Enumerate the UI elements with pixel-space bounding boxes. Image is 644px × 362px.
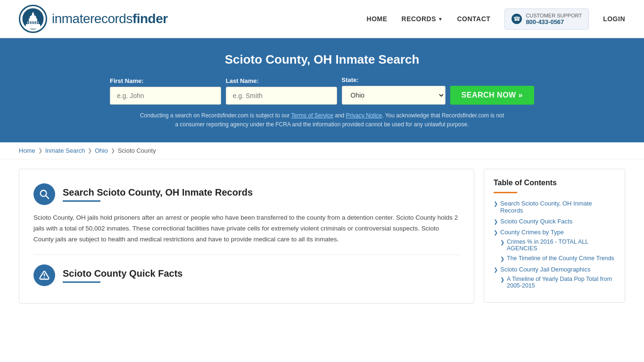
breadcrumb-sep-2: ❯: [88, 148, 92, 154]
toc-underline: [494, 192, 517, 193]
section1-header: Search Scioto County, OH Inmate Records: [33, 183, 460, 205]
section1-title-block: Search Scioto County, OH Inmate Records: [63, 187, 253, 202]
last-name-label: Last Name:: [226, 77, 259, 84]
chevron-right-icon-1: ❯: [494, 201, 498, 207]
svg-rect-7: [28, 21, 29, 24]
chevron-right-icon-4: ❯: [494, 267, 498, 273]
nav-records[interactable]: RECORDS ▼: [402, 15, 443, 23]
toc-sub-3: ❯ Crimes % in 2016 - TOTAL ALL AGENCIES …: [494, 239, 615, 262]
toc-list: ❯ Search Scioto County, OH Inmate Record…: [494, 200, 615, 289]
breadcrumb: Home ❯ Inmate Search ❯ Ohio ❯ Scioto Cou…: [0, 142, 644, 159]
svg-rect-15: [23, 28, 43, 29]
toc-item-4: ❯ Scioto County Jail Demographics ❯ A Ti…: [494, 266, 615, 289]
chevron-right-icon-3-2: ❯: [500, 256, 504, 262]
search-icon: [33, 183, 55, 205]
svg-rect-11: [35, 21, 36, 24]
breadcrumb-inmate-search[interactable]: Inmate Search: [45, 147, 85, 154]
logo-text: inmaterecordsfinder: [52, 11, 168, 26]
nav-contact[interactable]: CONTACT: [457, 15, 490, 23]
toc-item-3: ❯ County Crimes by Type ❯ Crimes % in 20…: [494, 229, 615, 262]
chevron-right-icon-3: ❯: [494, 230, 498, 236]
svg-rect-12: [37, 21, 38, 24]
svg-rect-13: [25, 26, 41, 27]
toc-box: Table of Contents ❯ Search Scioto County…: [484, 169, 625, 303]
main-content: Search Scioto County, OH Inmate Records …: [0, 159, 644, 313]
terms-of-service-link[interactable]: Terms of Service: [291, 112, 333, 119]
svg-rect-10: [33, 21, 34, 24]
toc-item-2: ❯ Scioto County Quick Facts: [494, 218, 615, 225]
logo-icon: [19, 5, 47, 33]
headset-icon: ☎: [512, 14, 522, 24]
state-select[interactable]: Ohio: [342, 86, 446, 105]
chevron-right-icon-4-1: ❯: [500, 277, 504, 283]
customer-support-box[interactable]: ☎ CUSTOMER SUPPORT 800-433-0567: [504, 8, 589, 30]
section1-title: Search Scioto County, OH Inmate Records: [63, 187, 253, 198]
section1-underline: [63, 200, 100, 202]
toc-sub-link-4-1[interactable]: ❯ A Timeline of Yearly Data Pop Total fr…: [500, 276, 615, 289]
state-label: State:: [342, 76, 359, 83]
breadcrumb-ohio[interactable]: Ohio: [95, 147, 107, 154]
privacy-notice-link[interactable]: Privacy Notice: [346, 112, 382, 119]
toc-sub-item-4-1: ❯ A Timeline of Yearly Data Pop Total fr…: [500, 276, 615, 289]
svg-rect-8: [30, 21, 31, 24]
svg-rect-14: [24, 27, 42, 28]
toc-sub-item-3-1: ❯ Crimes % in 2016 - TOTAL ALL AGENCIES: [500, 239, 615, 252]
site-header: inmaterecordsfinder HOME RECORDS ▼ CONTA…: [0, 0, 644, 38]
search-form: First Name: Last Name: State: Ohio SEARC…: [110, 76, 534, 105]
toc-link-4[interactable]: ❯ Scioto County Jail Demographics: [494, 266, 615, 273]
toc-title: Table of Contents: [494, 179, 615, 187]
chevron-down-icon: ▼: [438, 16, 443, 22]
breadcrumb-county: Scioto County: [118, 147, 156, 154]
toc-link-2[interactable]: ❯ Scioto County Quick Facts: [494, 218, 615, 225]
toc-link-3[interactable]: ❯ County Crimes by Type: [494, 229, 615, 236]
svg-rect-2: [27, 21, 39, 24]
toc-sub-link-3-2[interactable]: ❯ The Timeline of the County Crime Trend…: [500, 255, 615, 262]
breadcrumb-sep-3: ❯: [111, 148, 115, 154]
first-name-input[interactable]: [110, 87, 221, 105]
toc-link-1[interactable]: ❯ Search Scioto County, OH Inmate Record…: [494, 200, 615, 214]
first-name-field: First Name:: [110, 77, 221, 105]
section2-underline: [63, 281, 100, 283]
section-divider: [33, 255, 460, 255]
logo-area: inmaterecordsfinder: [19, 5, 168, 33]
login-button[interactable]: LOGIN: [603, 15, 625, 23]
section2-header: Scioto County Quick Facts: [33, 264, 460, 286]
hero-disclaimer: Conducting a search on Recordsfinder.com…: [138, 111, 506, 129]
toc-item-1: ❯ Search Scioto County, OH Inmate Record…: [494, 200, 615, 214]
toc-sub-4: ❯ A Timeline of Yearly Data Pop Total fr…: [494, 276, 615, 289]
svg-rect-9: [32, 21, 33, 24]
breadcrumb-home[interactable]: Home: [19, 147, 35, 154]
hero-banner: Scioto County, OH Inmate Search First Na…: [0, 38, 644, 142]
sidebar: Table of Contents ❯ Search Scioto County…: [484, 169, 625, 304]
state-field: State: Ohio: [342, 76, 446, 105]
content-area: Search Scioto County, OH Inmate Records …: [19, 169, 474, 304]
toc-sub-link-3-1[interactable]: ❯ Crimes % in 2016 - TOTAL ALL AGENCIES: [500, 239, 615, 252]
chevron-right-icon-3-1: ❯: [500, 239, 504, 246]
breadcrumb-sep-1: ❯: [38, 148, 42, 154]
last-name-input[interactable]: [226, 87, 337, 105]
toc-sub-item-3-2: ❯ The Timeline of the County Crime Trend…: [500, 255, 615, 262]
chevron-right-icon-2: ❯: [494, 219, 498, 225]
search-now-button[interactable]: SEARCH NOW »: [450, 86, 534, 105]
section1-body: Scioto County, OH jails hold prisoners a…: [33, 213, 460, 245]
support-text: CUSTOMER SUPPORT 800-433-0567: [526, 13, 582, 25]
page-title: Scioto County, OH Inmate Search: [19, 52, 625, 67]
section2-title-block: Scioto County Quick Facts: [63, 268, 182, 283]
svg-line-17: [46, 196, 49, 198]
nav-home[interactable]: HOME: [367, 15, 388, 23]
main-nav: HOME RECORDS ▼ CONTACT ☎ CUSTOMER SUPPOR…: [367, 8, 625, 30]
section2: Scioto County Quick Facts: [33, 264, 460, 286]
info-icon: [33, 264, 55, 286]
first-name-label: First Name:: [110, 77, 144, 84]
last-name-field: Last Name:: [226, 77, 337, 105]
section2-title: Scioto County Quick Facts: [63, 268, 182, 279]
